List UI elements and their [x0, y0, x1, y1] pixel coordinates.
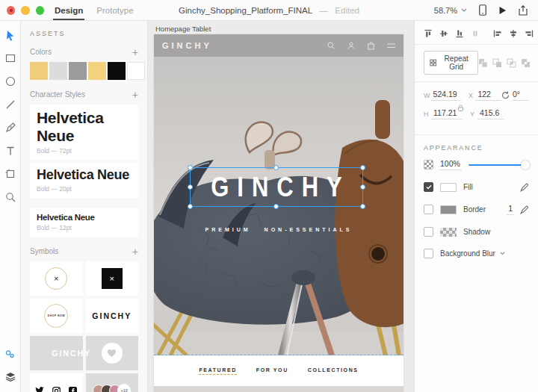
character-style-item[interactable]: Helvetica Neue Bold — 72pt	[30, 105, 138, 160]
add-symbol-button[interactable]: +	[132, 248, 138, 255]
fullscreen-window-button[interactable]	[36, 6, 44, 15]
symbol-close-light[interactable]: ×	[30, 261, 83, 296]
color-swatch[interactable]	[49, 62, 67, 80]
character-style-item[interactable]: Helvetica Neue Bold — 12pt	[30, 208, 138, 237]
symbol-avatars-group[interactable]: +12	[86, 373, 139, 392]
repeat-grid-button[interactable]: Repeat Grid	[424, 51, 478, 75]
rotation-field[interactable]: 0°	[513, 90, 529, 101]
color-swatch[interactable]	[69, 62, 87, 80]
border-checkbox[interactable]	[424, 205, 433, 214]
shadow-chip[interactable]	[440, 228, 457, 237]
artboard-tool-icon[interactable]	[4, 167, 17, 181]
menu-icon	[387, 43, 395, 49]
character-style-item[interactable]: Helvetica Neue Bold — 20pt	[30, 163, 138, 198]
nav-for-you[interactable]: FOR YOU	[256, 367, 288, 374]
shadow-row: Shadow	[415, 221, 538, 243]
add-character-style-button[interactable]: +	[132, 91, 138, 99]
resize-handle-ne[interactable]	[360, 165, 365, 170]
minimize-window-button[interactable]	[21, 6, 29, 15]
resize-handle-nw[interactable]	[188, 165, 193, 170]
share-icon[interactable]	[519, 5, 528, 16]
artboard-label[interactable]: Homepage Tablet	[155, 25, 211, 33]
opacity-slider[interactable]	[469, 161, 529, 169]
color-swatch[interactable]	[108, 62, 126, 80]
add-color-button[interactable]: +	[132, 49, 138, 56]
distribute-horizontal-icon[interactable]	[471, 28, 480, 38]
document-name: Ginchy_Shopping_Platform_FINAL	[179, 6, 312, 15]
height-label: H	[424, 111, 431, 118]
character-style-name: Helvetica Neue	[37, 109, 132, 145]
device-preview-icon[interactable]	[479, 4, 486, 16]
boolean-subtract-icon[interactable]	[492, 58, 502, 68]
zoom-level-dropdown[interactable]: 58.7%	[434, 6, 467, 15]
x-field[interactable]: 122	[475, 90, 501, 101]
tab-prototype[interactable]: Prototype	[96, 0, 133, 20]
canvas[interactable]: Homepage Tablet GINCHY	[148, 21, 414, 392]
eyedropper-icon[interactable]	[520, 205, 529, 214]
boolean-add-icon[interactable]	[478, 58, 488, 68]
color-swatch[interactable]	[88, 62, 106, 80]
symbol-wordmark-dark[interactable]: GINCHY	[86, 299, 139, 333]
artboard-category-nav: FEATURED FOR YOU COLLECTIONS	[154, 355, 404, 386]
resize-handle-w[interactable]	[188, 184, 193, 190]
rectangle-tool-icon[interactable]	[4, 52, 17, 65]
opacity-slider-knob[interactable]	[521, 161, 530, 169]
align-center-horizontal-icon[interactable]	[509, 28, 518, 38]
line-tool-icon[interactable]	[4, 98, 17, 111]
shadow-checkbox[interactable]	[424, 227, 433, 237]
color-swatch[interactable]	[30, 62, 48, 80]
hero-subtitle-text[interactable]: PREMIUM NON-ESSENTIALS	[154, 227, 404, 232]
mode-tabs: Design Prototype	[55, 0, 134, 20]
close-icon: ×	[54, 274, 58, 283]
symbols-grid: × × SHOP NOW GINCHY GINCHY	[30, 261, 138, 392]
symbol-shop-now-button[interactable]: SHOP NOW	[30, 299, 83, 333]
close-window-button[interactable]	[7, 6, 15, 15]
boolean-exclude-icon[interactable]	[521, 58, 531, 68]
assets-panel-icon[interactable]	[4, 347, 17, 361]
text-tool-icon[interactable]	[4, 144, 17, 158]
artboard-homepage-tablet[interactable]: GINCHY	[154, 34, 404, 392]
symbol-favorite[interactable]	[86, 336, 139, 370]
symbol-social-links[interactable]	[30, 373, 83, 392]
selected-text-bounding-box[interactable]: GINCHY	[190, 167, 363, 207]
opacity-value[interactable]: 100%	[439, 159, 462, 170]
x-label: X	[469, 92, 476, 99]
resize-handle-se[interactable]	[360, 204, 365, 209]
align-top-icon[interactable]	[424, 28, 433, 38]
lock-aspect-ratio-icon[interactable]	[457, 105, 464, 112]
align-bottom-icon[interactable]	[455, 28, 464, 38]
nav-featured[interactable]: FEATURED	[199, 367, 236, 375]
zoom-tool-icon[interactable]	[4, 190, 17, 204]
align-right-icon[interactable]	[525, 28, 534, 38]
rotate-icon	[501, 91, 510, 99]
layers-panel-icon[interactable]	[4, 370, 17, 383]
background-blur-checkbox[interactable]	[424, 249, 433, 258]
align-middle-vertical-icon[interactable]	[439, 28, 448, 38]
play-preview-icon[interactable]	[498, 6, 507, 15]
resize-handle-s[interactable]	[273, 204, 279, 209]
eyedropper-icon[interactable]	[520, 183, 529, 192]
boolean-intersect-icon[interactable]	[507, 58, 516, 68]
symbol-wordmark-light[interactable]: GINCHY	[30, 336, 83, 370]
resize-handle-e[interactable]	[360, 184, 365, 190]
pen-tool-icon[interactable]	[4, 121, 17, 134]
y-field[interactable]: 415.6	[477, 108, 504, 119]
width-field[interactable]: 524.19	[431, 90, 461, 101]
ellipse-tool-icon[interactable]	[4, 75, 17, 88]
resize-handle-sw[interactable]	[188, 204, 193, 209]
color-swatch[interactable]	[127, 62, 145, 80]
border-width-field[interactable]: 1	[507, 204, 514, 215]
chevron-down-icon[interactable]	[500, 252, 505, 255]
fill-checkbox[interactable]	[424, 182, 433, 192]
border-color-chip[interactable]	[440, 205, 457, 214]
select-tool-icon[interactable]	[4, 28, 17, 42]
hero-image[interactable]: GINCHY PREMIUM NON-ESSENTIALS	[154, 57, 404, 355]
align-left-icon[interactable]	[493, 28, 502, 38]
fill-color-chip[interactable]	[440, 183, 457, 192]
xd-app-window: Design Prototype Ginchy_Shopping_Platfor…	[0, 0, 538, 392]
nav-collections[interactable]: COLLECTIONS	[308, 367, 359, 374]
symbol-close-dark[interactable]: ×	[86, 261, 139, 296]
hero-title-text[interactable]: GINCHY	[202, 171, 350, 202]
tab-design[interactable]: Design	[55, 0, 83, 20]
resize-handle-n[interactable]	[273, 165, 279, 170]
